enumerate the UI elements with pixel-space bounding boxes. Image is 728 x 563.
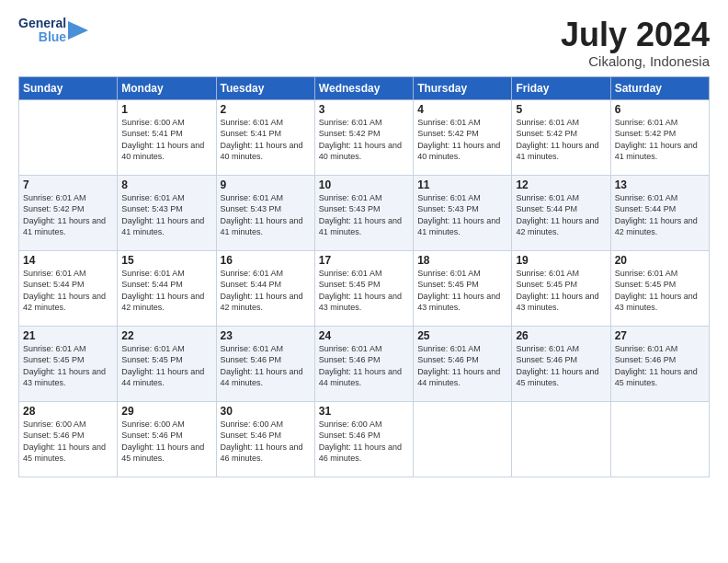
calendar-table: Sunday Monday Tuesday Wednesday Thursday… xyxy=(18,76,710,477)
table-row: 2 Sunrise: 6:01 AMSunset: 5:41 PMDayligh… xyxy=(216,99,314,175)
day-number: 21 xyxy=(23,329,113,342)
day-number: 7 xyxy=(23,178,113,191)
table-row: 5 Sunrise: 6:01 AMSunset: 5:42 PMDayligh… xyxy=(512,99,610,175)
table-row: 10 Sunrise: 6:01 AMSunset: 5:43 PMDaylig… xyxy=(314,175,413,250)
day-detail: Sunrise: 6:00 AMSunset: 5:46 PMDaylight:… xyxy=(221,419,303,464)
table-row: 25 Sunrise: 6:01 AMSunset: 5:46 PMDaylig… xyxy=(414,326,512,401)
day-number: 15 xyxy=(121,254,211,267)
table-row: 29 Sunrise: 6:00 AMSunset: 5:46 PMDaylig… xyxy=(118,401,216,477)
day-detail: Sunrise: 6:01 AMSunset: 5:43 PMDaylight:… xyxy=(121,193,204,237)
day-detail: Sunrise: 6:01 AMSunset: 5:45 PMDaylight:… xyxy=(121,344,204,388)
day-detail: Sunrise: 6:00 AMSunset: 5:46 PMDaylight:… xyxy=(121,419,204,464)
location: Cikalong, Indonesia xyxy=(561,53,710,69)
day-number: 3 xyxy=(319,103,409,116)
day-number: 30 xyxy=(221,405,311,418)
day-detail: Sunrise: 6:01 AMSunset: 5:44 PMDaylight:… xyxy=(516,193,598,237)
table-row: 1 Sunrise: 6:00 AMSunset: 5:41 PMDayligh… xyxy=(118,99,216,175)
logo: General Blue xyxy=(18,17,88,45)
table-row: 8 Sunrise: 6:01 AMSunset: 5:43 PMDayligh… xyxy=(118,175,216,250)
day-detail: Sunrise: 6:01 AMSunset: 5:42 PMDaylight:… xyxy=(23,193,106,237)
table-row: 13 Sunrise: 6:01 AMSunset: 5:44 PMDaylig… xyxy=(610,175,709,250)
calendar-week-0: 1 Sunrise: 6:00 AMSunset: 5:41 PMDayligh… xyxy=(19,99,710,175)
day-number: 13 xyxy=(615,178,705,191)
day-number: 1 xyxy=(121,103,211,116)
day-detail: Sunrise: 6:01 AMSunset: 5:44 PMDaylight:… xyxy=(23,269,106,313)
table-row: 23 Sunrise: 6:01 AMSunset: 5:46 PMDaylig… xyxy=(216,326,314,401)
day-number: 18 xyxy=(417,254,507,267)
table-row: 12 Sunrise: 6:01 AMSunset: 5:44 PMDaylig… xyxy=(512,175,610,250)
table-row: 28 Sunrise: 6:00 AMSunset: 5:46 PMDaylig… xyxy=(19,401,118,477)
table-row: 20 Sunrise: 6:01 AMSunset: 5:45 PMDaylig… xyxy=(610,250,709,326)
day-number: 9 xyxy=(221,178,311,191)
day-detail: Sunrise: 6:01 AMSunset: 5:46 PMDaylight:… xyxy=(221,344,303,388)
day-number: 29 xyxy=(121,405,211,418)
header-row: Sunday Monday Tuesday Wednesday Thursday… xyxy=(19,76,710,99)
day-number: 26 xyxy=(516,329,606,342)
day-detail: Sunrise: 6:01 AMSunset: 5:42 PMDaylight:… xyxy=(516,118,598,162)
header-sunday: Sunday xyxy=(19,76,118,99)
table-row: 9 Sunrise: 6:01 AMSunset: 5:43 PMDayligh… xyxy=(216,175,314,250)
day-detail: Sunrise: 6:01 AMSunset: 5:46 PMDaylight:… xyxy=(615,344,698,388)
table-row: 30 Sunrise: 6:00 AMSunset: 5:46 PMDaylig… xyxy=(216,401,314,477)
calendar-week-3: 21 Sunrise: 6:01 AMSunset: 5:45 PMDaylig… xyxy=(19,326,710,401)
header: General Blue July 2024 Cikalong, Indones… xyxy=(18,17,710,69)
table-row: 17 Sunrise: 6:01 AMSunset: 5:45 PMDaylig… xyxy=(314,250,413,326)
table-row: 6 Sunrise: 6:01 AMSunset: 5:42 PMDayligh… xyxy=(610,99,709,175)
day-detail: Sunrise: 6:01 AMSunset: 5:45 PMDaylight:… xyxy=(319,269,402,313)
day-number: 12 xyxy=(516,178,606,191)
day-detail: Sunrise: 6:01 AMSunset: 5:45 PMDaylight:… xyxy=(23,344,106,388)
day-number: 8 xyxy=(121,178,211,191)
day-number: 20 xyxy=(615,254,705,267)
header-monday: Monday xyxy=(118,76,216,99)
svg-marker-0 xyxy=(68,21,88,40)
day-detail: Sunrise: 6:00 AMSunset: 5:46 PMDaylight:… xyxy=(23,419,106,464)
day-detail: Sunrise: 6:01 AMSunset: 5:46 PMDaylight:… xyxy=(516,344,598,388)
table-row: 11 Sunrise: 6:01 AMSunset: 5:43 PMDaylig… xyxy=(414,175,512,250)
header-wednesday: Wednesday xyxy=(314,76,413,99)
day-detail: Sunrise: 6:01 AMSunset: 5:46 PMDaylight:… xyxy=(417,344,500,388)
day-number: 14 xyxy=(23,254,113,267)
logo-arrow-icon xyxy=(68,17,88,43)
day-number: 27 xyxy=(615,329,705,342)
table-row: 24 Sunrise: 6:01 AMSunset: 5:46 PMDaylig… xyxy=(314,326,413,401)
day-detail: Sunrise: 6:01 AMSunset: 5:42 PMDaylight:… xyxy=(615,118,698,162)
title-block: July 2024 Cikalong, Indonesia xyxy=(561,17,710,69)
day-detail: Sunrise: 6:01 AMSunset: 5:46 PMDaylight:… xyxy=(319,344,402,388)
day-detail: Sunrise: 6:01 AMSunset: 5:45 PMDaylight:… xyxy=(417,269,500,313)
day-detail: Sunrise: 6:01 AMSunset: 5:44 PMDaylight:… xyxy=(221,269,303,313)
table-row: 18 Sunrise: 6:01 AMSunset: 5:45 PMDaylig… xyxy=(414,250,512,326)
table-row: 21 Sunrise: 6:01 AMSunset: 5:45 PMDaylig… xyxy=(19,326,118,401)
calendar-week-4: 28 Sunrise: 6:00 AMSunset: 5:46 PMDaylig… xyxy=(19,401,710,477)
day-number: 4 xyxy=(417,103,507,116)
day-number: 5 xyxy=(516,103,606,116)
day-number: 6 xyxy=(615,103,705,116)
day-number: 31 xyxy=(319,405,409,418)
table-row xyxy=(512,401,610,477)
table-row: 14 Sunrise: 6:01 AMSunset: 5:44 PMDaylig… xyxy=(19,250,118,326)
day-number: 16 xyxy=(221,254,311,267)
day-detail: Sunrise: 6:01 AMSunset: 5:42 PMDaylight:… xyxy=(417,118,500,162)
calendar-page: General Blue July 2024 Cikalong, Indones… xyxy=(0,0,728,563)
table-row: 31 Sunrise: 6:00 AMSunset: 5:46 PMDaylig… xyxy=(314,401,413,477)
day-detail: Sunrise: 6:01 AMSunset: 5:43 PMDaylight:… xyxy=(319,193,402,237)
day-number: 10 xyxy=(319,178,409,191)
day-detail: Sunrise: 6:01 AMSunset: 5:42 PMDaylight:… xyxy=(319,118,402,162)
day-number: 25 xyxy=(417,329,507,342)
table-row: 26 Sunrise: 6:01 AMSunset: 5:46 PMDaylig… xyxy=(512,326,610,401)
table-row: 19 Sunrise: 6:01 AMSunset: 5:45 PMDaylig… xyxy=(512,250,610,326)
table-row: 16 Sunrise: 6:01 AMSunset: 5:44 PMDaylig… xyxy=(216,250,314,326)
day-detail: Sunrise: 6:01 AMSunset: 5:43 PMDaylight:… xyxy=(417,193,500,237)
table-row: 15 Sunrise: 6:01 AMSunset: 5:44 PMDaylig… xyxy=(118,250,216,326)
day-number: 23 xyxy=(221,329,311,342)
day-detail: Sunrise: 6:00 AMSunset: 5:41 PMDaylight:… xyxy=(121,118,204,162)
header-saturday: Saturday xyxy=(610,76,709,99)
table-row xyxy=(414,401,512,477)
day-number: 24 xyxy=(319,329,409,342)
header-tuesday: Tuesday xyxy=(216,76,314,99)
day-detail: Sunrise: 6:01 AMSunset: 5:44 PMDaylight:… xyxy=(615,193,698,237)
month-title: July 2024 xyxy=(561,17,710,53)
day-number: 19 xyxy=(516,254,606,267)
day-number: 17 xyxy=(319,254,409,267)
table-row: 3 Sunrise: 6:01 AMSunset: 5:42 PMDayligh… xyxy=(314,99,413,175)
calendar-week-1: 7 Sunrise: 6:01 AMSunset: 5:42 PMDayligh… xyxy=(19,175,710,250)
